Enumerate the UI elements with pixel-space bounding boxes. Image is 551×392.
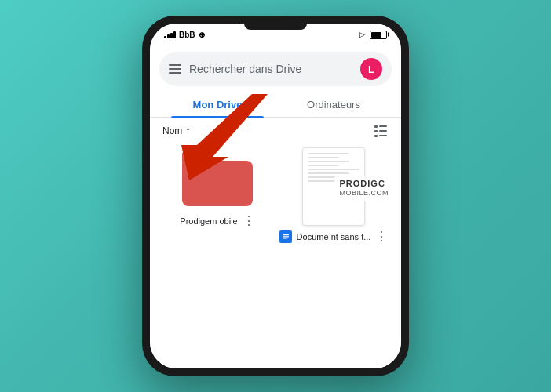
doc-line bbox=[308, 172, 349, 174]
doc-line bbox=[308, 169, 359, 170]
svg-rect-2 bbox=[283, 238, 287, 238]
hamburger-line-1 bbox=[169, 64, 181, 66]
list-dot-2 bbox=[374, 130, 378, 132]
files-grid: Prodigem obile ⋮ bbox=[150, 141, 401, 368]
svg-rect-1 bbox=[283, 236, 289, 237]
signal-bars-icon bbox=[164, 31, 176, 38]
list-bar-3 bbox=[379, 135, 387, 136]
file-name: Docume nt sans t... bbox=[297, 231, 371, 242]
signal-bar-1 bbox=[164, 36, 166, 38]
tab-mon-drive[interactable]: Mon Drive bbox=[159, 93, 276, 117]
notch bbox=[244, 24, 307, 30]
hamburger-line-2 bbox=[169, 68, 181, 70]
svg-rect-0 bbox=[283, 234, 289, 235]
signal-bar-2 bbox=[167, 34, 170, 38]
tab-mon-drive-label: Mon Drive bbox=[193, 99, 243, 111]
folder-icon-container bbox=[178, 147, 257, 210]
list-dot-3 bbox=[374, 135, 378, 137]
battery-indicator bbox=[370, 31, 387, 39]
phone-screen: BbB ⊕ ▷ Rechercher dans Drive bbox=[150, 24, 401, 368]
battery-fill bbox=[371, 32, 381, 38]
more-options-icon[interactable]: ⋮ bbox=[243, 215, 255, 227]
sort-label-text: Nom bbox=[162, 125, 182, 136]
status-right: ▷ bbox=[359, 31, 387, 39]
tab-ordinateurs-label: Ordinateurs bbox=[307, 99, 360, 111]
file-label-row: Docume nt sans t... ⋮ bbox=[279, 230, 389, 243]
search-bar[interactable]: Rechercher dans Drive L bbox=[159, 52, 392, 86]
file-name: Prodigem obile bbox=[180, 216, 237, 227]
document-thumbnail bbox=[302, 147, 365, 226]
wifi-icon: ⊕ bbox=[199, 31, 205, 39]
sort-label[interactable]: Nom ↑ bbox=[162, 125, 190, 136]
folder-shape bbox=[182, 151, 253, 206]
signal-bar-4 bbox=[173, 31, 176, 38]
tab-ordinateurs[interactable]: Ordinateurs bbox=[276, 93, 392, 117]
list-bar-2 bbox=[379, 130, 387, 132]
file-label-row: Prodigem obile ⋮ bbox=[162, 215, 272, 227]
sort-direction-icon: ↑ bbox=[185, 125, 190, 136]
hamburger-menu-icon[interactable] bbox=[169, 64, 181, 74]
search-placeholder-text[interactable]: Rechercher dans Drive bbox=[189, 63, 352, 75]
doc-line bbox=[308, 180, 359, 182]
doc-line bbox=[308, 161, 349, 162]
list-dot-1 bbox=[374, 125, 378, 128]
sort-row: Nom ↑ bbox=[150, 118, 401, 141]
phone-frame: BbB ⊕ ▷ Rechercher dans Drive bbox=[142, 16, 409, 376]
doc-line bbox=[308, 176, 339, 178]
list-item[interactable]: Docume nt sans t... ⋮ bbox=[279, 147, 389, 362]
folder-body bbox=[182, 161, 253, 206]
signal-bar-3 bbox=[170, 33, 173, 38]
location-icon: ▷ bbox=[359, 31, 365, 38]
status-left: BbB ⊕ bbox=[164, 31, 205, 39]
carrier-name: BbB bbox=[179, 31, 195, 39]
user-avatar[interactable]: L bbox=[360, 58, 382, 80]
avatar-letter: L bbox=[368, 64, 374, 75]
doc-line bbox=[308, 153, 349, 154]
tabs-bar: Mon Drive Ordinateurs bbox=[150, 93, 401, 118]
hamburger-line-3 bbox=[169, 72, 181, 74]
list-item[interactable]: Prodigem obile ⋮ bbox=[162, 147, 272, 362]
list-bar-1 bbox=[379, 125, 387, 127]
doc-line bbox=[308, 157, 339, 158]
more-options-icon[interactable]: ⋮ bbox=[375, 230, 388, 243]
view-toggle-icon[interactable] bbox=[374, 124, 389, 138]
app-content: Rechercher dans Drive L Mon Drive Ordina… bbox=[150, 45, 401, 368]
google-docs-icon bbox=[279, 230, 292, 243]
doc-line bbox=[308, 165, 339, 166]
